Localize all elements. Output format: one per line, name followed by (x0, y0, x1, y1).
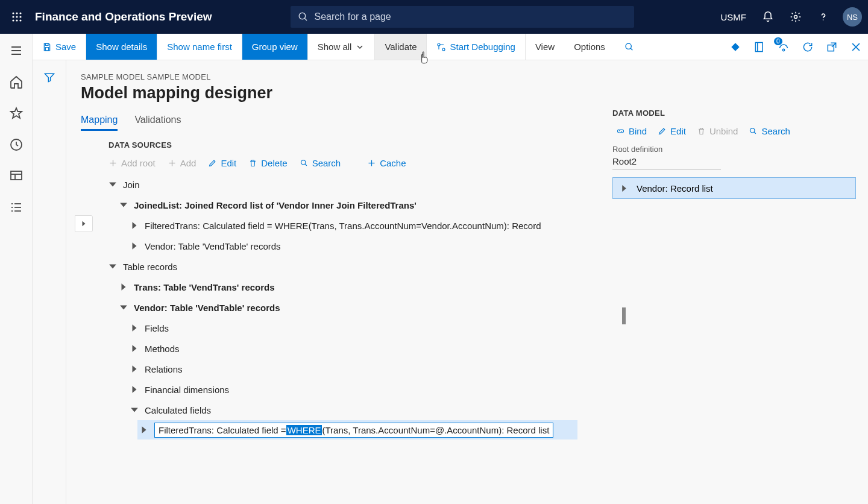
content-area: SAMPLE MODEL SAMPLE MODEL Model mapping … (33, 60, 868, 504)
tab-validations[interactable]: Validations (134, 115, 181, 131)
workspaces-icon[interactable] (9, 169, 24, 183)
plus-icon (108, 159, 118, 168)
tree-node-calcfields[interactable]: Calculated fields (108, 400, 609, 420)
tree-node-trans[interactable]: Trans: Table 'VendTrans' records (108, 277, 609, 297)
chevron-right-icon (130, 385, 139, 394)
tree-node-filteredtrans1[interactable]: FilteredTrans: Calculated field = WHERE(… (108, 215, 609, 236)
tree-node-vendor1[interactable]: Vendor: Table 'VendTable' records (108, 236, 609, 256)
legal-entity[interactable]: USMF (721, 12, 747, 22)
search-placeholder: Search for a page (315, 11, 391, 22)
pencil-icon (208, 159, 217, 168)
debug-icon (436, 42, 446, 52)
show-name-first-button[interactable]: Show name first (157, 34, 242, 60)
svg-rect-17 (11, 171, 22, 180)
office-icon[interactable] (753, 41, 766, 53)
unbind-button[interactable]: Unbind (697, 126, 738, 136)
tree-node-tablerecords[interactable]: Table records (108, 256, 609, 277)
settings-icon[interactable] (784, 5, 808, 29)
dm-edit-button[interactable]: Edit (658, 126, 686, 136)
plus-icon (168, 159, 177, 168)
cache-button[interactable]: Cache (367, 158, 406, 168)
top-nav-right: USMF NS (721, 5, 863, 29)
tree-node-methods[interactable]: Methods (108, 338, 609, 359)
chevron-right-icon (130, 242, 139, 250)
home-icon[interactable] (9, 75, 24, 89)
dm-row-vendor[interactable]: Vendor: Record list (612, 177, 856, 199)
start-debugging-button[interactable]: Start Debugging (427, 34, 525, 60)
svg-point-28 (438, 43, 440, 46)
popout-icon[interactable] (826, 41, 838, 53)
plus-icon (367, 159, 376, 168)
chevron-right-icon (130, 344, 139, 353)
show-all-button[interactable]: Show all (308, 34, 376, 60)
tab-mapping[interactable]: Mapping (81, 115, 118, 131)
modules-icon[interactable] (9, 200, 24, 215)
filter-column (33, 60, 66, 504)
panel-splitter[interactable] (622, 307, 626, 324)
tree-node-findim[interactable]: Financial dimensions (108, 379, 609, 400)
tree-node-join[interactable]: Join (108, 174, 609, 195)
data-sources-tree: Join JoinedList: Joined Record list of '… (81, 174, 609, 439)
action-search-icon[interactable] (615, 34, 647, 60)
ds-search-button[interactable]: Search (300, 158, 341, 168)
svg-point-4 (16, 16, 17, 17)
group-view-button[interactable]: Group view (242, 34, 308, 60)
global-search[interactable]: Search for a page (291, 6, 634, 28)
svg-point-2 (19, 12, 21, 14)
root-definition-value[interactable]: Root2 (612, 156, 721, 170)
user-avatar[interactable]: NS (843, 7, 862, 27)
svg-rect-27 (45, 47, 48, 50)
data-model-actions: Bind Edit Unbind Search (612, 126, 856, 136)
hamburger-icon[interactable] (9, 43, 24, 58)
chevron-down-icon (355, 42, 365, 52)
recent-icon[interactable] (9, 137, 24, 152)
data-sources-header: DATA SOURCES (81, 137, 609, 154)
delete-button[interactable]: Delete (248, 158, 287, 168)
svg-point-7 (16, 19, 17, 21)
brand-title: Finance and Operations Preview (35, 10, 212, 24)
svg-point-5 (19, 16, 21, 17)
tree-node-fields[interactable]: Fields (108, 318, 609, 338)
edit-button[interactable]: Edit (208, 158, 236, 168)
filter-icon[interactable] (43, 71, 55, 83)
svg-point-11 (794, 16, 797, 19)
notifications-action-icon[interactable]: 0 (778, 41, 790, 53)
chevron-right-icon (119, 283, 128, 291)
search-icon (749, 127, 758, 136)
dm-search-button[interactable]: Search (749, 126, 790, 136)
page-title: Model mapping designer (81, 84, 868, 102)
attach-icon[interactable] (729, 41, 741, 53)
panel-collapse-handle[interactable] (75, 215, 93, 232)
tree-node-joinedlist[interactable]: JoinedList: Joined Record list of 'Vendo… (108, 195, 609, 215)
add-root-button[interactable]: Add root (108, 158, 156, 168)
show-details-button[interactable]: Show details (86, 34, 157, 60)
close-icon[interactable] (850, 41, 862, 53)
tree-node-relations[interactable]: Relations (108, 359, 609, 379)
chevron-right-icon (130, 221, 139, 230)
help-icon[interactable] (811, 5, 835, 29)
chevron-right-icon (81, 221, 87, 227)
selected-formula-text: FilteredTrans: Calculated field = WHERE(… (154, 423, 553, 438)
svg-point-33 (782, 49, 784, 51)
svg-point-29 (442, 48, 445, 51)
trash-icon (248, 159, 257, 168)
svg-point-1 (16, 12, 17, 14)
bind-button[interactable]: Bind (616, 126, 647, 136)
add-button[interactable]: Add (168, 158, 197, 168)
app-launcher-icon[interactable] (6, 6, 28, 28)
favorites-icon[interactable] (9, 106, 24, 121)
notifications-icon[interactable] (756, 5, 780, 29)
svg-point-41 (301, 160, 306, 165)
view-button[interactable]: View (526, 34, 564, 60)
tree-node-selected[interactable]: FilteredTrans: Calculated field = WHERE(… (137, 420, 577, 439)
chevron-right-icon (140, 426, 148, 434)
save-icon (42, 42, 52, 52)
tree-node-vendor2[interactable]: Vendor: Table 'VendTable' records (108, 297, 609, 318)
validate-button[interactable]: Validate (375, 34, 427, 60)
main-panel: SAMPLE MODEL SAMPLE MODEL Model mapping … (66, 60, 868, 504)
refresh-icon[interactable] (802, 41, 814, 53)
svg-line-10 (304, 18, 307, 20)
save-button[interactable]: Save (33, 34, 86, 60)
options-button[interactable]: Options (564, 34, 615, 60)
svg-point-6 (12, 19, 14, 21)
